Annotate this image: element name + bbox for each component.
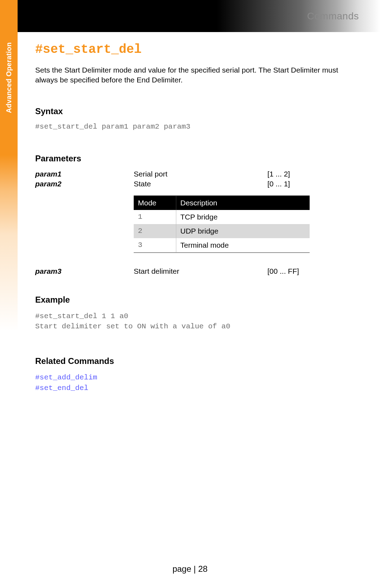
page-number: page | 28	[172, 564, 208, 574]
mode-cell: 3	[134, 238, 176, 252]
syntax-section: Syntax #set_start_del param1 param2 para…	[35, 106, 352, 131]
command-title: #set_start_del	[35, 42, 352, 57]
mode-table-header-mode: Mode	[134, 196, 176, 210]
param-grid-bottom: param3 Start delimiter [00 ... FF]	[35, 267, 352, 276]
related-heading: Related Commands	[35, 356, 352, 366]
param-range: [00 ... FF]	[267, 267, 338, 276]
page: Commands Advanced Operation #set_start_d…	[0, 0, 380, 588]
param-desc: Start delimiter	[134, 267, 267, 276]
side-tab-label-wrap: Advanced Operation	[0, 0, 18, 155]
table-row: 2 UDP bridge	[134, 224, 310, 238]
side-tab-fade	[0, 155, 18, 331]
mode-cell: 1	[134, 210, 176, 224]
example-lines: #set_start_del 1 1 a0 Start delimiter se…	[35, 311, 352, 332]
example-heading: Example	[35, 295, 352, 305]
param-desc: Serial port	[134, 170, 267, 178]
syntax-heading: Syntax	[35, 106, 352, 116]
param-name: param1	[35, 170, 134, 178]
side-tab-label: Advanced Operation	[5, 42, 13, 113]
header-section-title: Commands	[307, 11, 359, 22]
example-section: Example #set_start_del 1 1 a0 Start deli…	[35, 295, 352, 332]
parameters-heading: Parameters	[35, 154, 352, 163]
related-section: Related Commands #set_add_delim #set_end…	[35, 356, 352, 393]
example-line: #set_start_del 1 1 a0	[35, 311, 352, 321]
param-range: [1 ... 2]	[267, 170, 338, 178]
mode-desc-cell: UDP bridge	[176, 224, 310, 238]
param-name: param3	[35, 267, 134, 276]
mode-desc-cell: TCP bridge	[176, 210, 310, 224]
mode-table: Mode Description 1 TCP bridge 2 UDP brid…	[134, 195, 310, 253]
content: #set_start_del Sets the Start Delimiter …	[35, 42, 352, 393]
page-footer: page | 28	[0, 564, 380, 574]
table-row: 3 Terminal mode	[134, 238, 310, 252]
mode-cell: 2	[134, 224, 176, 238]
mode-desc-cell: Terminal mode	[176, 238, 310, 252]
related-link[interactable]: #set_add_delim	[35, 372, 352, 383]
table-row: 1 TCP bridge	[134, 210, 310, 224]
parameters-section: Parameters param1 Serial port [1 ... 2] …	[35, 154, 352, 276]
related-link[interactable]: #set_end_del	[35, 383, 352, 393]
param-grid-top: param1 Serial port [1 ... 2] param2 Stat…	[35, 170, 352, 188]
mode-table-header-desc: Description	[176, 196, 310, 210]
command-description: Sets the Start Delimiter mode and value …	[35, 65, 352, 85]
example-line: Start delimiter set to ON with a value o…	[35, 321, 352, 332]
related-links: #set_add_delim #set_end_del	[35, 372, 352, 393]
syntax-line: #set_start_del param1 param2 param3	[35, 123, 352, 131]
param-name: param2	[35, 180, 134, 188]
param-range: [0 ... 1]	[267, 180, 338, 188]
param-desc: State	[134, 180, 267, 188]
header-bar: Commands	[18, 0, 380, 32]
